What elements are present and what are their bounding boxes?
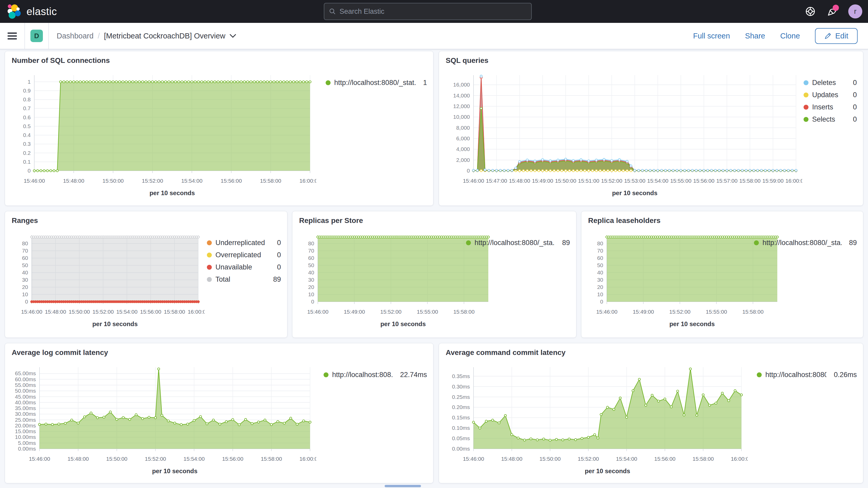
svg-text:70: 70 [308, 248, 314, 254]
ranges-chart[interactable]: 0102030405060708015:46:0015:48:0015:50:0… [10, 228, 205, 332]
svg-text:per 10 seconds: per 10 seconds [152, 467, 197, 475]
svg-text:30: 30 [308, 277, 314, 283]
svg-text:15:53:00: 15:53:00 [624, 178, 646, 184]
help-button[interactable] [805, 6, 816, 17]
svg-text:10: 10 [597, 291, 603, 297]
share-button[interactable]: Share [745, 32, 765, 40]
legend-item[interactable]: Unavailable 0 [207, 263, 281, 271]
legend-item[interactable]: http://localhost:8080/_sta... 89 [466, 239, 570, 247]
svg-text:0.00ms: 0.00ms [452, 446, 470, 452]
svg-text:0.25ms: 0.25ms [452, 394, 470, 400]
full-screen-button[interactable]: Full screen [693, 32, 730, 40]
svg-text:0.20ms: 0.20ms [452, 404, 470, 410]
svg-text:15:54:00: 15:54:00 [647, 178, 669, 184]
panel-sql-queries: SQL queries 02,0004,0006,0008,00010,0001… [439, 51, 863, 206]
elastic-brand[interactable]: elastic [7, 4, 57, 19]
news-feed-button[interactable] [827, 6, 838, 17]
breadcrumb-separator: / [98, 32, 100, 40]
legend-item[interactable]: Overreplicated 0 [207, 251, 281, 259]
notification-dot [833, 5, 839, 11]
series-dot-icon [804, 117, 808, 122]
legend-item[interactable]: http://localhost:8080... 0.26ms [757, 371, 857, 379]
svg-text:6,000: 6,000 [456, 135, 470, 141]
edit-button[interactable]: Edit [815, 28, 858, 44]
series-dot-icon [757, 372, 762, 377]
series-dot-icon [207, 277, 212, 282]
leaseholders-legend: http://localhost:8080/_sta... 89 [754, 239, 857, 247]
series-dot-icon [207, 265, 212, 270]
svg-text:10: 10 [308, 291, 314, 297]
sql-connections-chart[interactable]: 00.10.20.30.40.50.60.70.80.9115:46:0015:… [10, 68, 316, 202]
svg-text:15:50:00: 15:50:00 [69, 309, 90, 315]
chevron-down-icon[interactable] [229, 33, 236, 38]
svg-text:80: 80 [597, 240, 603, 246]
svg-text:15:52:00: 15:52:00 [93, 309, 114, 315]
svg-text:15:46:00: 15:46:00 [21, 309, 42, 315]
svg-text:15:52:00: 15:52:00 [669, 309, 690, 315]
svg-text:8,000: 8,000 [456, 125, 470, 131]
legend-item[interactable]: Updates 0 [804, 91, 857, 99]
replicas-per-store-chart[interactable]: 0102030405060708015:46:0015:49:0015:52:0… [297, 228, 495, 332]
series-dot-icon [804, 80, 808, 85]
clone-button[interactable]: Clone [780, 32, 800, 40]
svg-text:15:56:00: 15:56:00 [140, 309, 161, 315]
svg-text:16:00:00: 16:00:00 [785, 178, 802, 184]
svg-text:25.00ms: 25.00ms [15, 417, 36, 423]
command-latency-legend: http://localhost:8080... 0.26ms [757, 371, 857, 379]
legend-item[interactable]: http://localhost:8080/_stat... 1 [326, 79, 427, 87]
legend-item[interactable]: Inserts 0 [804, 103, 857, 111]
svg-text:0.8: 0.8 [23, 96, 31, 102]
search-input[interactable] [340, 7, 527, 16]
svg-text:20: 20 [308, 284, 314, 290]
brand-text: elastic [27, 6, 57, 18]
svg-text:15:48:00: 15:48:00 [63, 178, 85, 184]
panel-title: Average log commit latency [12, 348, 108, 357]
global-search[interactable] [324, 3, 532, 20]
series-dot-icon [207, 240, 212, 245]
svg-text:50: 50 [308, 262, 314, 268]
svg-text:0: 0 [25, 299, 28, 305]
legend-item[interactable]: http://localhost:808... 22.74ms [323, 371, 427, 379]
svg-text:0.1: 0.1 [23, 159, 31, 165]
replicas-legend: http://localhost:8080/_sta... 89 [466, 239, 570, 247]
series-dot-icon [323, 372, 329, 377]
breadcrumb-dashboard[interactable]: Dashboard [57, 32, 94, 40]
menu-button[interactable] [0, 23, 25, 49]
legend-item[interactable]: Total 89 [207, 275, 281, 283]
svg-text:0.35ms: 0.35ms [452, 373, 470, 379]
svg-text:60: 60 [308, 255, 314, 261]
user-avatar[interactable]: r [848, 4, 862, 19]
svg-text:70: 70 [22, 248, 28, 254]
svg-text:0.7: 0.7 [23, 105, 31, 111]
legend-item[interactable]: Deletes 0 [804, 79, 857, 87]
svg-text:0.05ms: 0.05ms [452, 435, 470, 441]
svg-text:50: 50 [597, 262, 603, 268]
command-commit-latency-chart[interactable]: 0.00ms0.05ms0.10ms0.15ms0.20ms0.25ms0.30… [444, 360, 748, 480]
log-commit-latency-chart[interactable]: 0.00ms5.00ms10.00ms15.00ms20.00ms25.00ms… [10, 360, 316, 480]
svg-text:15:58:00: 15:58:00 [261, 456, 282, 462]
svg-text:60: 60 [597, 255, 603, 261]
sql-queries-chart[interactable]: 02,0004,0006,0008,00010,00012,00014,0001… [444, 68, 802, 202]
svg-text:20: 20 [22, 284, 28, 290]
log-latency-legend: http://localhost:808... 22.74ms [323, 371, 427, 379]
svg-text:per 10 seconds: per 10 seconds [670, 321, 715, 328]
panel-ranges: Ranges 0102030405060708015:46:0015:48:00… [5, 211, 287, 338]
ranges-legend: Underreplicated 0 Overreplicated 0 Unava… [207, 239, 281, 283]
hamburger-icon [7, 31, 17, 41]
svg-text:16,000: 16,000 [453, 82, 470, 88]
svg-text:15:56:00: 15:56:00 [221, 178, 242, 184]
svg-text:0.2: 0.2 [23, 150, 31, 156]
panel-title: Average command commit latency [446, 348, 565, 357]
legend-item[interactable]: Underreplicated 0 [207, 239, 281, 247]
svg-text:0.00ms: 0.00ms [18, 446, 36, 452]
svg-text:20.00ms: 20.00ms [15, 423, 36, 428]
svg-text:15:49:00: 15:49:00 [532, 178, 553, 184]
legend-item[interactable]: Selects 0 [804, 115, 857, 123]
horizontal-scrollbar-thumb[interactable] [384, 485, 421, 487]
panel-command-commit-latency: Average command commit latency 0.00ms0.0… [439, 343, 863, 483]
panel-title: Replicas per Store [299, 216, 363, 225]
svg-text:15:49:00: 15:49:00 [344, 309, 365, 315]
dashboard-badge[interactable]: D [30, 30, 43, 42]
legend-item[interactable]: http://localhost:8080/_sta... 89 [754, 239, 857, 247]
svg-text:15:52:00: 15:52:00 [601, 178, 622, 184]
